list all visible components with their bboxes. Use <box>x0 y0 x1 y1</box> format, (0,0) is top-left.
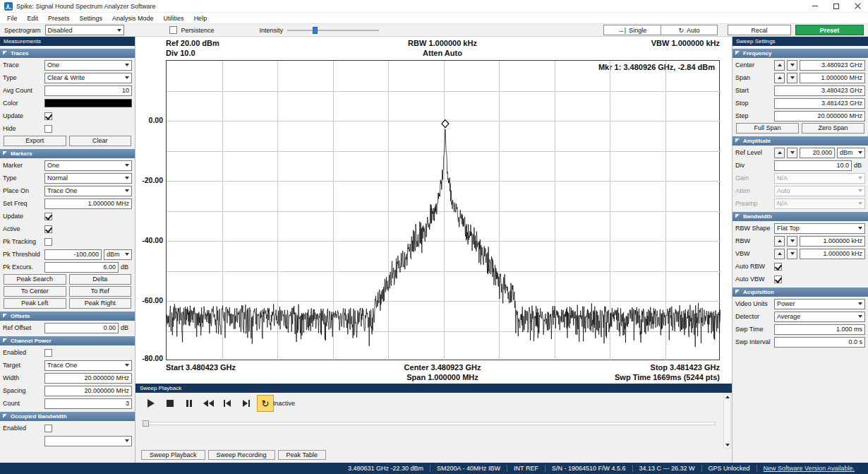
export-button[interactable]: Export <box>4 136 66 146</box>
play-button[interactable] <box>143 395 159 412</box>
ref-level-input[interactable]: 20.000 <box>800 148 835 158</box>
persistence-checkbox[interactable] <box>169 26 177 34</box>
single-sweep-button[interactable]: →| Single <box>603 25 661 35</box>
swp-interval-input[interactable]: 0.0 s <box>774 337 865 348</box>
trace-hide-checkbox[interactable] <box>44 125 52 133</box>
step-freq-input[interactable]: 20.000000 MHz <box>774 111 865 122</box>
pk-threshold-unit-select[interactable]: dBm <box>104 249 132 260</box>
traces-section-header[interactable]: Traces <box>0 49 135 58</box>
pk-threshold-input[interactable]: -100.000 <box>44 249 102 260</box>
full-span-button[interactable]: Full Span <box>736 123 799 134</box>
zero-span-button[interactable]: Zero Span <box>802 123 864 134</box>
tab-sweep-recording[interactable]: Sweep Recording <box>208 450 275 460</box>
ref-level-down-button[interactable] <box>787 148 797 158</box>
span-step-up-button[interactable] <box>774 73 785 83</box>
pause-button[interactable] <box>181 395 198 412</box>
auto-sweep-button[interactable]: ↻ Auto <box>661 25 718 35</box>
video-units-select[interactable]: Power <box>774 299 865 309</box>
menu-analysis-mode[interactable]: Analysis Mode <box>107 13 159 24</box>
center-step-down-button[interactable] <box>787 60 797 71</box>
marker-type-select[interactable]: Normal <box>44 173 132 184</box>
trace-select[interactable]: One <box>44 60 132 71</box>
ob-enabled-checkbox[interactable] <box>44 425 52 432</box>
clear-button[interactable]: Clear <box>69 136 132 146</box>
place-on-select[interactable]: Trace One <box>44 186 132 196</box>
marker-update-checkbox[interactable] <box>44 213 52 220</box>
menu-utilities[interactable]: Utilities <box>159 13 189 24</box>
trace-update-checkbox[interactable] <box>44 112 52 120</box>
span-input[interactable]: 1.000000 MHz <box>800 73 865 83</box>
amplitude-section-header[interactable]: Amplitude <box>733 136 868 146</box>
spectrogram-select[interactable]: Disabled <box>45 25 124 35</box>
preset-button[interactable]: Preset <box>795 25 864 35</box>
stop-freq-input[interactable]: 3.481423 GHz <box>774 98 865 109</box>
peak-right-button[interactable]: Peak Right <box>69 298 132 309</box>
center-step-up-button[interactable] <box>774 60 785 71</box>
playback-slider[interactable] <box>143 420 716 427</box>
avg-count-input[interactable]: 10 <box>44 85 132 96</box>
ref-level-up-button[interactable] <box>774 148 785 158</box>
set-freq-input[interactable]: 1.000000 MHz <box>44 199 132 209</box>
vbw-up-button[interactable] <box>774 249 785 259</box>
markers-section-header[interactable]: Markers <box>0 149 135 158</box>
peak-search-button[interactable]: Peak Search <box>4 274 66 285</box>
skip-start-button[interactable] <box>219 395 236 412</box>
stop-button[interactable] <box>162 395 179 412</box>
minimize-button[interactable] <box>804 0 826 13</box>
skip-end-button[interactable] <box>238 395 255 412</box>
div-input[interactable]: 10.0 <box>774 160 852 171</box>
scroll-down-icon[interactable] <box>725 444 730 446</box>
span-step-down-button[interactable] <box>787 73 797 83</box>
start-freq-input[interactable]: 3.480423 GHz <box>774 85 865 96</box>
menu-presets[interactable]: Presets <box>43 13 75 24</box>
new-version-link[interactable]: New Software Version Available. <box>757 465 861 472</box>
rbw-down-button[interactable] <box>787 236 797 247</box>
swp-time-input[interactable]: 1.000 ms <box>774 324 865 335</box>
loop-button[interactable]: ↻ <box>257 395 274 412</box>
marker-active-checkbox[interactable] <box>44 225 52 233</box>
cp-width-input[interactable]: 20.000000 MHz <box>44 373 132 384</box>
intensity-slider-handle[interactable] <box>313 27 318 34</box>
rewind-button[interactable] <box>200 395 217 412</box>
rbw-up-button[interactable] <box>774 236 785 247</box>
to-ref-button[interactable]: To Ref <box>69 286 132 297</box>
delta-button[interactable]: Delta <box>69 274 132 285</box>
maximize-button[interactable] <box>826 0 847 13</box>
occupied-bandwidth-section-header[interactable]: Occupied Bandwidth <box>0 412 135 421</box>
spectrum-plot[interactable] <box>166 60 720 360</box>
menu-edit[interactable]: Edit <box>23 13 44 24</box>
auto-vbw-checkbox[interactable] <box>774 275 782 283</box>
intensity-slider[interactable] <box>287 26 379 35</box>
playback-scrollbar[interactable] <box>723 393 731 449</box>
playback-slider-handle[interactable] <box>143 420 149 427</box>
trace-type-select[interactable]: Clear & Write <box>44 73 132 83</box>
bandwidth-section-header[interactable]: Bandwidth <box>733 212 868 221</box>
acquisition-section-header[interactable]: Acquisition <box>733 288 868 297</box>
cp-enabled-checkbox[interactable] <box>44 349 52 357</box>
to-center-button[interactable]: To Center <box>4 286 66 297</box>
recal-button[interactable]: Recal <box>728 25 791 35</box>
scroll-up-icon[interactable] <box>725 396 730 398</box>
marker-select[interactable]: One <box>44 160 132 171</box>
frequency-section-header[interactable]: Frequency <box>733 49 868 58</box>
ref-level-unit-select[interactable]: dBm <box>837 148 865 158</box>
cp-spacing-input[interactable]: 20.000000 MHz <box>44 386 132 396</box>
trace-color-swatch[interactable] <box>44 99 132 107</box>
tab-sweep-playback[interactable]: Sweep Playback <box>141 450 205 460</box>
center-freq-input[interactable]: 3.480923 GHz <box>800 60 865 71</box>
peak-left-button[interactable]: Peak Left <box>4 298 66 309</box>
cp-count-input[interactable]: 3 <box>44 398 132 409</box>
tab-peak-table[interactable]: Peak Table <box>278 450 326 460</box>
ref-offset-input[interactable]: 0.00 <box>44 323 119 333</box>
vbw-down-button[interactable] <box>787 249 797 259</box>
menu-settings[interactable]: Settings <box>75 13 108 24</box>
ob-partial-select[interactable] <box>44 436 132 446</box>
menu-file[interactable]: File <box>2 13 23 24</box>
cp-target-select[interactable]: Trace One <box>44 360 132 371</box>
channel-power-section-header[interactable]: Channel Power <box>0 336 135 345</box>
vbw-input[interactable]: 1.000000 kHz <box>800 249 865 259</box>
pk-tracking-checkbox[interactable] <box>44 238 52 246</box>
menu-help[interactable]: Help <box>189 13 212 24</box>
rbw-shape-select[interactable]: Flat Top <box>774 223 865 234</box>
detector-select[interactable]: Average <box>774 312 865 322</box>
